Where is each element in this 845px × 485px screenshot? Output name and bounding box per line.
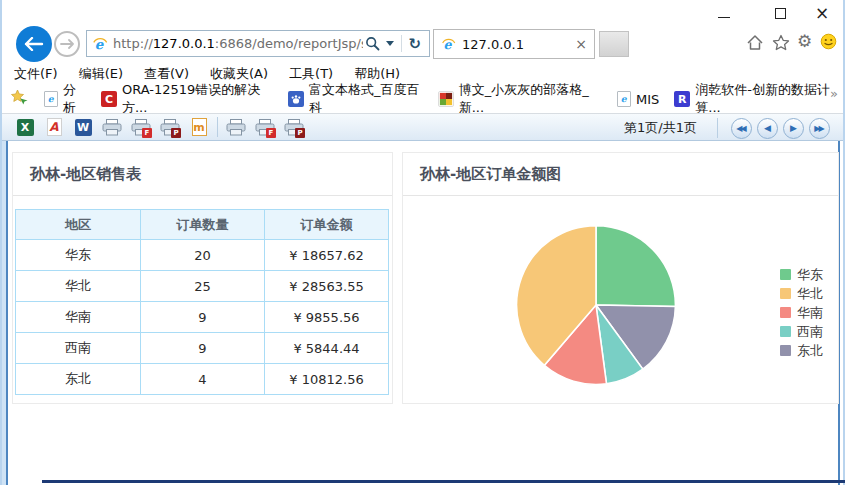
- forward-arrow-icon: [60, 39, 74, 49]
- print-pdf-button[interactable]: P: [160, 117, 180, 137]
- frame-border-bottom: [42, 480, 845, 483]
- tab-close-icon[interactable]: ×: [575, 36, 587, 52]
- excel-icon: X: [17, 119, 34, 136]
- export-mdoc-button[interactable]: m: [189, 117, 209, 137]
- col-order-amount: 订单金额: [265, 210, 389, 240]
- sales-table-panel: 孙林-地区销售表 地区 订单数量 订单金额 华东 20 ¥ 18657.62: [12, 152, 393, 404]
- ie-page-icon: e: [44, 91, 58, 107]
- favorites-bar: e 分析 C ORA-12519错误的解决方... 富文本格式_百度百科: [2, 86, 843, 112]
- url-text: http://127.0.0.1:6868/demo/reportJsp/sho…: [113, 36, 363, 51]
- legend-item: 西南: [780, 322, 823, 341]
- svg-text:e: e: [620, 93, 627, 104]
- favorite-baidu-baike[interactable]: 富文本格式_百度百科: [288, 81, 423, 117]
- export-pdf-button[interactable]: A: [44, 117, 64, 137]
- home-icon[interactable]: [746, 34, 764, 51]
- table-row: 华北 25 ¥ 28563.55: [16, 271, 389, 302]
- blog-icon: [438, 91, 454, 107]
- col-region: 地区: [16, 210, 141, 240]
- address-bar[interactable]: e http://127.0.0.1:6868/demo/reportJsp/s…: [86, 30, 430, 57]
- table-row: 东北 4 ¥ 10812.56: [16, 364, 389, 395]
- printer-icon: [226, 119, 246, 136]
- word-icon: W: [75, 119, 92, 136]
- flash-print-badge: F: [266, 128, 276, 138]
- favorites-star-icon[interactable]: [772, 34, 790, 51]
- search-icon[interactable]: [365, 36, 380, 51]
- page-status: 第1页/共1页: [624, 119, 697, 137]
- browser-window: × e http://127.0.0.1:6868/demo/reportJsp…: [0, 0, 845, 485]
- legend-swatch: [780, 326, 791, 337]
- maximize-button[interactable]: [770, 4, 790, 22]
- ie-page-icon: e: [617, 91, 631, 107]
- legend-swatch: [780, 288, 791, 299]
- chart-legend: 华东 华北 华南 西南 东北: [780, 265, 823, 360]
- back-button[interactable]: [16, 26, 52, 62]
- feedback-smiley-icon[interactable]: [820, 33, 837, 50]
- favorite-analysis[interactable]: e 分析: [44, 81, 86, 117]
- add-favorite-icon[interactable]: [10, 89, 29, 109]
- favorite-ora12519[interactable]: C ORA-12519错误的解决方...: [101, 81, 273, 117]
- legend-item: 华北: [780, 284, 823, 303]
- next-page-button[interactable]: ▶: [783, 118, 804, 139]
- order-amount-chart-panel: 孙林-地区订单金额图 华东 华北 华南 西南 东北: [402, 152, 839, 404]
- favorite-mis[interactable]: e MIS: [617, 91, 659, 107]
- pdf-icon: A: [47, 118, 62, 136]
- refresh-icon[interactable]: ↻: [405, 35, 424, 53]
- pie-chart: [515, 224, 677, 386]
- export-word-button[interactable]: W: [73, 117, 93, 137]
- new-tab-button[interactable]: [599, 31, 629, 57]
- minimize-button[interactable]: [714, 4, 734, 22]
- table-row: 华东 20 ¥ 18657.62: [16, 240, 389, 271]
- printer-icon: [102, 119, 122, 136]
- export-excel-button[interactable]: X: [15, 117, 35, 137]
- print-pdf-button-2[interactable]: P: [284, 117, 304, 137]
- frame-border-left: [2, 141, 8, 485]
- favorites-overflow-chevron-icon[interactable]: »: [830, 86, 838, 101]
- print-flash-button-2[interactable]: F: [255, 117, 275, 137]
- legend-item: 华东: [780, 265, 823, 284]
- back-arrow-icon: [24, 37, 44, 51]
- print-flash-button[interactable]: F: [131, 117, 151, 137]
- address-divider: [401, 35, 402, 52]
- ie-icon: e: [441, 37, 456, 52]
- title-bar: ×: [2, 0, 843, 26]
- window-close-button[interactable]: ×: [812, 4, 832, 22]
- navigation-bar: e http://127.0.0.1:6868/demo/reportJsp/s…: [2, 26, 843, 62]
- flash-print-badge: F: [142, 128, 152, 138]
- pdf-print-badge: P: [171, 128, 181, 138]
- tab-127-0-0-1[interactable]: e 127.0.0.1 ×: [433, 29, 595, 59]
- runqian-r-icon: R: [674, 91, 690, 107]
- forward-button[interactable]: [54, 31, 80, 57]
- prev-page-button[interactable]: ◀: [757, 118, 778, 139]
- col-order-count: 订单数量: [141, 210, 265, 240]
- toolbar-divider: [717, 118, 718, 138]
- legend-item: 东北: [780, 341, 823, 360]
- favorite-blog[interactable]: 博文_小灰灰的部落格_新...: [438, 81, 602, 117]
- first-page-button[interactable]: ◀◀: [731, 118, 752, 139]
- table-header-row: 地区 订单数量 订单金额: [16, 210, 389, 240]
- pdf-print-badge: P: [295, 128, 305, 138]
- table-panel-title: 孙林-地区销售表: [13, 153, 392, 196]
- legend-swatch: [780, 345, 791, 356]
- print-button[interactable]: [102, 117, 122, 137]
- last-page-button[interactable]: ▶▶: [809, 118, 830, 139]
- baidu-paw-icon: [288, 91, 304, 107]
- svg-text:e: e: [47, 93, 54, 104]
- csdn-icon: C: [101, 91, 117, 107]
- favorite-runqian[interactable]: R 润乾软件-创新的数据计算...: [674, 81, 843, 117]
- ie-icon: e: [92, 36, 108, 52]
- sales-table: 地区 订单数量 订单金额 华东 20 ¥ 18657.62 华北 25 ¥ 28…: [15, 209, 389, 395]
- toolbar-divider: [217, 117, 218, 137]
- mdoc-icon: m: [192, 118, 207, 136]
- tab-title: 127.0.0.1: [462, 37, 524, 52]
- legend-item: 华南: [780, 303, 823, 322]
- table-row: 西南 9 ¥ 5844.44: [16, 333, 389, 364]
- settings-gear-icon[interactable]: ⚙: [797, 31, 812, 51]
- legend-swatch: [780, 269, 791, 280]
- report-content: 孙林-地区销售表 地区 订单数量 订单金额 华东 20 ¥ 18657.62: [2, 141, 843, 485]
- report-toolbar: X A W F: [2, 113, 843, 141]
- pie-slice-华东: [596, 226, 675, 307]
- search-caret-down-icon[interactable]: [386, 41, 394, 46]
- print-button-2[interactable]: [226, 117, 246, 137]
- legend-swatch: [780, 307, 791, 318]
- table-row: 华南 9 ¥ 9855.56: [16, 302, 389, 333]
